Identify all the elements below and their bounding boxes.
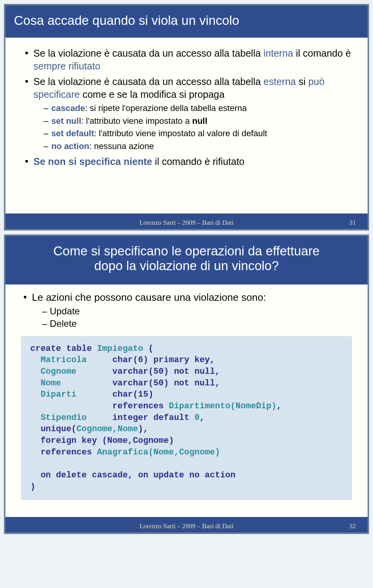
spacer (5, 179, 368, 206)
page-number: 31 (349, 219, 356, 227)
text-interna: interna (263, 48, 293, 59)
footer-text: Lorenzo Sarti – 2009 – Basi di Dati (139, 219, 234, 226)
nm: Diparti (30, 390, 112, 399)
sub-delete: Delete (42, 318, 354, 329)
nm: Anagrafica(Nome,Cognome) (97, 448, 220, 457)
kw: , (200, 413, 205, 423)
kw: (Nome,Cognome) (102, 436, 174, 446)
sub-setdefault: set default: l'attributo viene impostato… (44, 128, 352, 139)
kw: integer default (112, 413, 194, 423)
kw: , (277, 401, 282, 411)
text: : l'attributo viene impostato al valore … (94, 128, 267, 138)
nm: Nome (30, 378, 112, 388)
sub-noaction: no action: nessuna azione (44, 141, 352, 152)
title-line2: dopo la violazione di un vincolo? (14, 258, 359, 274)
nm: Impiegato (97, 344, 148, 354)
sql-code-block: create table Impiegato ( Matricola char(… (21, 336, 352, 500)
sub-cascade: cascade: si ripete l'operazione della ta… (44, 103, 352, 114)
sp (30, 448, 40, 457)
kw: references (112, 401, 169, 411)
kw: foreign key (40, 436, 102, 446)
sub-update: Update (42, 306, 354, 317)
text: Se la violazione è causata da un accesso… (33, 48, 263, 59)
slide-32: Come si specificano le operazioni da eff… (4, 234, 369, 534)
text-bold: Se non si specifica niente (33, 156, 152, 167)
nm: Cognome (30, 367, 112, 376)
text-sempre: sempre rifiutato (33, 61, 100, 71)
slide-footer: Lorenzo Sarti – 2009 – Basi di Dati 31 (5, 217, 368, 229)
text: : si ripete l'operazione della tabella e… (85, 103, 247, 113)
text: come e se la modifica si propaga (80, 89, 225, 100)
separator-bar (5, 517, 368, 521)
page-number: 32 (349, 522, 356, 530)
kw: varchar(50) not null, (112, 378, 220, 388)
sp (30, 436, 40, 446)
kw: on delete cascade, on update no action (30, 470, 235, 480)
nm: Stipendio (30, 413, 112, 423)
text: Le azioni che possono causare una violaz… (32, 291, 266, 303)
sp (30, 401, 112, 411)
nm: Matricola (30, 355, 112, 365)
text: Se la violazione è causata da un accesso… (33, 76, 263, 87)
kw: ( (148, 344, 153, 354)
slide-title: Come si specificano le operazioni da eff… (5, 236, 368, 284)
kw: references (40, 448, 97, 457)
text: : nessuna azione (89, 141, 154, 151)
sub-setnull: set null: l'attributo viene impostato a … (44, 116, 352, 127)
bullet-2: Se la violazione è causata da un accesso… (25, 75, 352, 152)
separator-bar (5, 213, 368, 217)
kw: create table (30, 344, 97, 354)
title-text: Cosa accade quando si viola un vincolo (14, 13, 239, 28)
text-esterna: esterna (263, 76, 296, 87)
kw: char(15) (112, 390, 153, 399)
kw: ), (138, 424, 148, 434)
text: il comando è rifiutato (152, 156, 245, 167)
slide-title: Cosa accade quando si viola un vincolo (5, 5, 368, 38)
text: il comando è (293, 48, 351, 59)
nm: Dipartimento(NomeDip) (169, 401, 276, 411)
slide-footer: Lorenzo Sarti – 2009 – Basi di Dati 32 (5, 521, 368, 532)
kw: set null (51, 116, 81, 126)
kw: null (192, 116, 207, 126)
slide-body: Se la violazione è causata da un accesso… (5, 38, 368, 179)
nm: Cognome,Nome (77, 424, 138, 434)
bullet-1: Le azioni che possono causare una violaz… (23, 291, 354, 329)
kw: cascade (51, 103, 85, 113)
kw: ) (30, 482, 35, 492)
sp (30, 424, 40, 434)
text: : l'attributo viene impostato a (81, 116, 192, 126)
kw: unique( (40, 424, 76, 434)
kw: char(6) primary key, (112, 355, 215, 365)
slide-body: Le azioni che possono causare una violaz… (5, 284, 368, 509)
kw: no action (51, 141, 89, 151)
text: si (296, 76, 308, 87)
footer-text: Lorenzo Sarti – 2009 – Basi di Dati (139, 522, 234, 530)
bullet-3: Se non si specifica niente il comando è … (25, 155, 352, 168)
kw: set default (51, 128, 94, 138)
nm: 0 (194, 413, 199, 423)
slide-31: Cosa accade quando si viola un vincolo S… (4, 4, 369, 231)
kw: varchar(50) not null, (112, 367, 220, 376)
title-line1: Come si specificano le operazioni da eff… (14, 243, 359, 259)
bullet-1: Se la violazione è causata da un accesso… (25, 47, 352, 72)
